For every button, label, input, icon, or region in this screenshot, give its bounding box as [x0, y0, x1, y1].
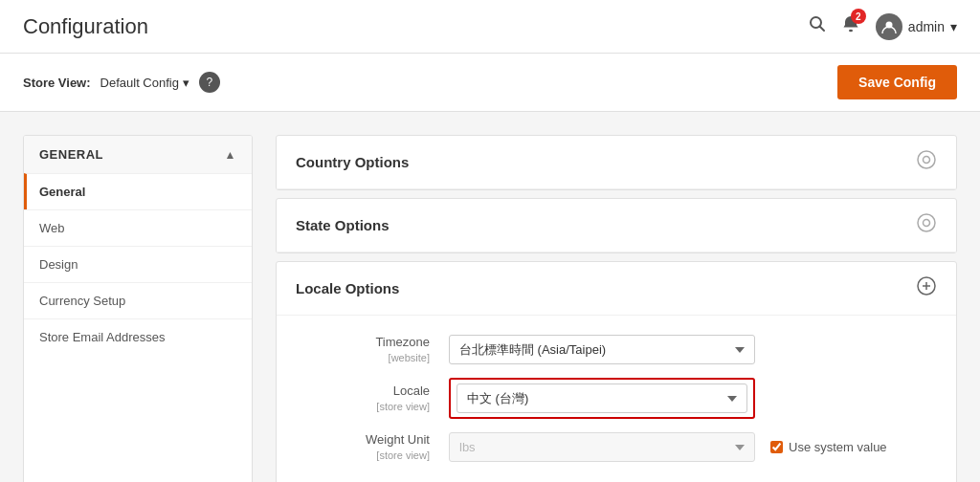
help-icon[interactable]: ? — [199, 72, 220, 93]
save-config-button[interactable]: Save Config — [837, 65, 957, 99]
svg-point-5 — [924, 157, 930, 164]
sidebar-item-store-email-addresses[interactable]: Store Email Addresses — [24, 318, 252, 355]
accordion-locale-options: Locale Options Timezone [website] — [276, 261, 957, 482]
sidebar-section-chevron: ▲ — [225, 148, 236, 162]
svg-point-6 — [918, 214, 935, 231]
content-area: Country Options State Options — [276, 135, 957, 482]
accordion-locale-title: Locale Options — [296, 280, 399, 296]
sidebar-section-label: GENERAL — [39, 147, 103, 162]
sidebar-item-design[interactable]: Design — [24, 246, 252, 282]
sidebar-item-general[interactable]: General — [24, 173, 252, 209]
accordion-country-header[interactable]: Country Options — [277, 136, 956, 189]
sidebar-item-web[interactable]: Web — [24, 209, 252, 246]
page-title: Configuration — [23, 14, 148, 39]
svg-point-2 — [849, 30, 853, 32]
locale-label: Locale [store view] — [296, 383, 449, 413]
svg-line-1 — [819, 27, 824, 32]
store-view-label: Store View: — [23, 76, 91, 90]
notification-bell[interactable]: 2 — [841, 14, 860, 38]
sidebar-section-general[interactable]: GENERAL ▲ — [24, 136, 252, 173]
accordion-locale-body: Timezone [website] 台北標準時間 (Asia/Taipei) … — [277, 316, 956, 482]
user-menu[interactable]: admin ▾ — [876, 13, 957, 40]
accordion-country-options: Country Options — [276, 135, 957, 190]
timezone-control: 台北標準時間 (Asia/Taipei) — [449, 335, 755, 364]
accordion-country-title: Country Options — [296, 154, 409, 170]
accordion-locale-header[interactable]: Locale Options — [277, 262, 956, 316]
weight-unit-select[interactable]: lbs — [449, 432, 755, 462]
search-icon[interactable] — [809, 15, 826, 37]
weight-unit-row: Weight Unit [store view] lbs Use system … — [296, 432, 937, 462]
timezone-label: Timezone [website] — [296, 335, 449, 364]
locale-select[interactable]: 中文 (台灣) — [457, 383, 747, 413]
use-system-value-checkbox[interactable] — [770, 441, 783, 453]
user-chevron: ▾ — [950, 19, 957, 34]
svg-point-4 — [918, 151, 935, 168]
timezone-select[interactable]: 台北標準時間 (Asia/Taipei) — [449, 335, 755, 364]
accordion-state-options: State Options — [276, 198, 957, 253]
store-view-left: Store View: Default Config ▾ ? — [23, 72, 220, 93]
use-system-value-wrap: Use system value — [770, 440, 887, 454]
timezone-row: Timezone [website] 台北標準時間 (Asia/Taipei) — [296, 335, 937, 364]
use-system-value-label: Use system value — [789, 440, 887, 454]
user-avatar — [876, 13, 902, 40]
locale-highlight-box: 中文 (台灣) — [449, 378, 755, 419]
user-label: admin — [908, 19, 945, 34]
accordion-locale-toggle — [916, 275, 937, 301]
sidebar: GENERAL ▲ General Web Design Currency Se… — [23, 135, 253, 482]
store-view-chevron: ▾ — [183, 76, 189, 90]
locale-row-wrapper: Locale [store view] 中文 (台灣) — [296, 378, 937, 419]
notification-count: 2 — [851, 9, 866, 24]
weight-unit-control: lbs — [449, 432, 755, 462]
weight-unit-label: Weight Unit [store view] — [296, 432, 449, 462]
sidebar-item-currency-setup[interactable]: Currency Setup — [24, 282, 252, 318]
accordion-country-toggle — [916, 149, 937, 175]
store-view-bar: Store View: Default Config ▾ ? Save Conf… — [0, 54, 980, 112]
header-right: 2 admin ▾ — [809, 13, 957, 40]
store-view-value: Default Config — [100, 76, 179, 90]
accordion-state-title: State Options — [296, 217, 390, 233]
accordion-state-toggle — [916, 212, 937, 238]
top-header: Configuration 2 admin ▾ — [0, 0, 980, 54]
svg-point-7 — [924, 220, 930, 227]
store-view-dropdown[interactable]: Default Config ▾ — [100, 76, 189, 90]
accordion-state-header[interactable]: State Options — [277, 199, 956, 252]
main-content: GENERAL ▲ General Web Design Currency Se… — [0, 112, 980, 482]
